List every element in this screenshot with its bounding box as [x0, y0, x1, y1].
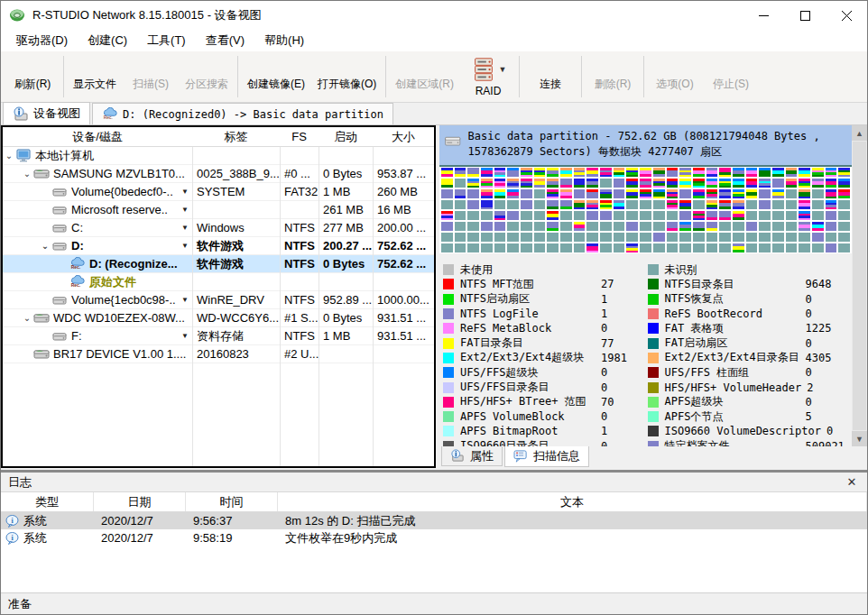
scan-block — [772, 200, 784, 209]
scan-scrollbar[interactable]: ▲ ▼ — [852, 125, 867, 446]
menu-item-4[interactable]: 帮助(H) — [254, 30, 314, 51]
tree-row[interactable]: Rec.D: (Recognize...软件游戏NTFS0 Bytes752.6… — [3, 255, 434, 273]
info-bubble-icon: i — [5, 515, 19, 528]
scrollbar-thumb[interactable] — [853, 142, 866, 430]
scan-block — [733, 233, 744, 242]
scan-block — [799, 233, 810, 242]
scrollbar-up-icon[interactable]: ▲ — [852, 125, 867, 141]
show-files-button[interactable]: 显示文件 — [67, 52, 123, 101]
cell-label: WinRE_DRV — [192, 293, 280, 307]
tree-column-header-1[interactable]: 标签 — [192, 127, 280, 146]
scan-block — [600, 179, 612, 188]
scrollbar-down-icon[interactable]: ▼ — [852, 431, 867, 446]
tree-row[interactable]: BR17 DEVICE V1.00 1....20160823#2 U... — [3, 345, 434, 363]
legend-label: APFS VolumeBlock — [460, 410, 596, 423]
scan-pane-tab-properties[interactable]: 属性 — [441, 446, 503, 466]
rec-cloud-icon: Rec. — [102, 107, 118, 122]
tree-row[interactable]: Volume{1ecb0c98-..▼WinRE_DRVNTFS952.89 .… — [3, 291, 434, 309]
tree-row[interactable]: ⌄本地计算机 — [3, 147, 434, 165]
legend-item: ISO9660 VolumeDescriptor0 — [648, 424, 849, 438]
scan-block — [812, 168, 824, 177]
legend-color-swatch — [648, 338, 659, 349]
scan-pane-tab-scan-info[interactable]: 扫描信息 — [504, 446, 589, 467]
tree-row[interactable]: Volume{0bedecf0-..▼SYSTEMFAT321 MB260 MB — [3, 183, 434, 201]
scan-block — [719, 200, 731, 209]
row-dropdown-icon[interactable]: ▼ — [181, 206, 189, 214]
tree-row[interactable]: Rec.原始文件 — [3, 273, 434, 291]
refresh-button[interactable]: 刷新(R) — [5, 52, 60, 101]
stop-button[interactable]: STOP停止(S) — [703, 52, 759, 101]
tree-row[interactable]: ⌄SAMSUNG MZVLB1T0...0025_388B_9...#0 ...… — [3, 165, 434, 183]
log-close-icon[interactable]: ✕ — [844, 475, 860, 489]
tree-row[interactable]: F:▼资料存储NTFS1 MB931.51 ... — [3, 327, 434, 345]
scan-block — [799, 168, 810, 177]
close-button[interactable] — [826, 1, 867, 30]
scan-block — [812, 222, 824, 231]
scan-block — [614, 179, 625, 188]
create-image-button[interactable]: 创建镜像(E) — [241, 52, 311, 101]
scan-block — [759, 200, 771, 209]
scan-button[interactable]: 扫描(S) — [123, 52, 179, 101]
partition-search-button[interactable]: 分区搜索 — [179, 52, 235, 101]
log-row[interactable]: i系统2020/12/79:58:19文件枚举在9秒内完成 — [1, 529, 867, 546]
log-column-header-2[interactable]: 时间 — [186, 492, 278, 511]
row-dropdown-icon[interactable]: ▼ — [181, 296, 189, 304]
options-button[interactable]: 选项(O) — [647, 52, 703, 101]
tab-device-view[interactable]: 设备视图 — [3, 102, 90, 124]
tree-column-header-4[interactable]: 大小 — [373, 127, 434, 146]
cell-size: 931.51 ... — [373, 329, 434, 343]
device-name: BR17 DEVICE V1.00 1.... — [53, 347, 192, 361]
legend-color-swatch — [648, 367, 659, 378]
delete-button[interactable]: 删除(R) — [585, 52, 641, 101]
scan-block — [679, 168, 691, 177]
maximize-button[interactable] — [784, 1, 826, 30]
log-row[interactable]: i系统2020/12/79:56:378m 12s 的 D: 扫描已完成 — [1, 512, 867, 529]
toolbar: 刷新(R)显示文件扫描(S)分区搜索创建镜像(E)打开镜像(O)创建区域(R)▼… — [1, 51, 867, 103]
legend-item: FAT目录条目77 — [443, 335, 644, 350]
scan-block — [733, 243, 744, 252]
tree-column-header-2[interactable]: FS — [280, 127, 319, 146]
expand-chevron-icon[interactable]: ⌄ — [3, 151, 15, 161]
tree-row[interactable]: ⌄WDC WD10EZEX-08W...WD-WCC6Y6...#1 S...0… — [3, 309, 434, 327]
expand-chevron-icon[interactable]: ⌄ — [21, 169, 33, 179]
tree-row[interactable]: C:▼WindowsNTFS277 MB200.00 ... — [3, 219, 434, 237]
scan-block — [455, 211, 466, 220]
scan-block — [481, 189, 493, 198]
scan-block — [706, 243, 718, 252]
raid-button[interactable]: ▼RAID — [460, 52, 516, 101]
menu-item-3[interactable]: 查看(V) — [196, 30, 254, 51]
menu-item-2[interactable]: 工具(T) — [137, 30, 196, 51]
tree-column-header-0[interactable]: 设备/磁盘ˆ — [3, 127, 192, 146]
scan-block — [614, 200, 625, 209]
log-column-header-3[interactable]: 文本 — [278, 492, 867, 511]
row-dropdown-icon[interactable]: ▼ — [181, 332, 189, 340]
create-region-button[interactable]: 创建区域(R) — [389, 52, 460, 101]
legend-color-swatch — [648, 397, 659, 408]
legend-label: HFS/HFS+ VolumeHeader — [665, 381, 802, 394]
dropdown-arrow-icon[interactable]: ▼ — [499, 65, 507, 74]
scan-block — [494, 211, 506, 220]
row-dropdown-icon[interactable]: ▼ — [181, 188, 189, 196]
open-image-button[interactable]: 打开镜像(O) — [311, 52, 383, 101]
cell-label: 0025_388B_9... — [192, 167, 280, 180]
scan-block — [733, 222, 744, 231]
tree-row[interactable]: ⌄D:▼软件游戏NTFS200.27 ...752.62 ... — [3, 237, 434, 255]
expand-chevron-icon[interactable]: ⌄ — [21, 313, 33, 323]
row-dropdown-icon[interactable]: ▼ — [181, 242, 189, 250]
scan-block — [733, 211, 744, 220]
device-name: C: — [71, 221, 192, 234]
scan-block — [467, 200, 479, 209]
log-column-header-0[interactable]: 类型 — [1, 492, 94, 511]
row-dropdown-icon[interactable]: ▼ — [181, 224, 189, 232]
expand-chevron-icon[interactable]: ⌄ — [39, 241, 51, 251]
minimize-button[interactable] — [743, 1, 784, 30]
scan-block — [653, 243, 665, 252]
connect-button[interactable]: 连接 — [522, 52, 578, 101]
tree-row[interactable]: Microsoft reserve..▼261 MB16 MB — [3, 201, 434, 219]
tree-column-header-3[interactable]: 启动 — [319, 127, 373, 146]
tab-partition-scan[interactable]: Rec.D: (Recognized0) -> Basic data parti… — [92, 103, 393, 124]
toolbar-button-label: 刷新(R) — [14, 77, 51, 92]
menu-item-0[interactable]: 驱动器(D) — [6, 30, 78, 51]
log-column-header-1[interactable]: 日期 — [94, 492, 186, 511]
menu-item-1[interactable]: 创建(C) — [78, 30, 137, 51]
